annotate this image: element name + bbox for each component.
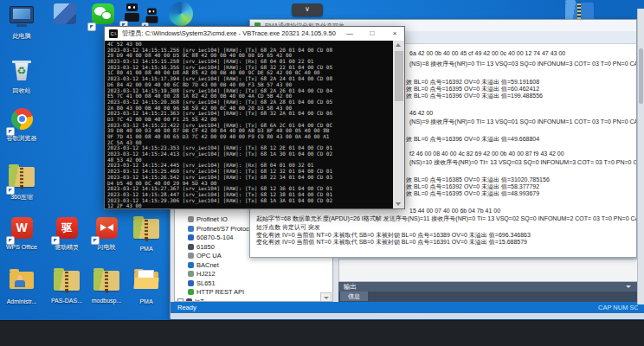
tree-item-label: Profinet IO — [196, 215, 228, 223]
tree-item-profinet-io[interactable]: Profinet IO — [188, 215, 228, 224]
video-app-icon — [93, 217, 120, 243]
window-bottom-frame — [171, 313, 644, 319]
icon-label: 闪电映 — [87, 244, 126, 251]
tree-item-label: Profinet/S7 Protocol — [196, 225, 254, 233]
desktop-icon-360zip[interactable]: 360压缩 — [2, 164, 42, 201]
protocol-icon — [188, 216, 194, 222]
title-bar[interactable]: C:\ 管理员: C:\Windows\System32\cmd.exe - V… — [105, 27, 404, 41]
analysis-line: 变化有效 IV=0 当前值 NT=0 未被取代 SB=0 未被封锁 BL=0 点… — [256, 232, 531, 239]
minimize-button[interactable]: — — [342, 27, 357, 41]
tree-item-label: HJ212 — [196, 270, 216, 278]
tree-item-label: HTTP REST API — [196, 288, 244, 296]
icon-label: PMA — [126, 246, 166, 253]
tree-item-label: OPC UA — [196, 252, 222, 260]
tree-item-61850[interactable]: 61850 — [188, 243, 215, 252]
icon-label: modbusp... — [87, 298, 126, 304]
desktop-icon-pma-folder[interactable]: PMA — [126, 268, 166, 305]
document-pane — [338, 259, 638, 282]
tree-scrollbar-down-button[interactable] — [320, 292, 332, 302]
analysis-line: 效 BL=0 点号=16396 OV=0 未溢出 值=49.668804 — [406, 136, 539, 143]
widget-collapse-button[interactable]: ∨ — [292, 3, 323, 16]
tree-item-bacnet[interactable]: BACnet — [188, 261, 219, 270]
tree-item-http-rest-api[interactable]: HTTP REST API — [188, 288, 244, 297]
robot-icon — [121, 3, 142, 28]
desktop-screen: 此电脑 ∨ ♻ 回收站 谷歌浏览器 360压缩 W WPS Office 驱 驱… — [0, 0, 644, 346]
desktop-icon-driver-genius[interactable]: 驱 驱动精灵 — [47, 216, 87, 251]
tree-item-60870-5-104[interactable]: 60870-5-104 — [188, 234, 234, 242]
chrome-icon — [8, 108, 35, 134]
cmd-log-line: 12 2F 43 00 — [107, 203, 332, 208]
3d-cube-icon — [51, 3, 79, 29]
analysis-line: f2 46 00 08 40 00 4c 82 69 42 00 0b 40 0… — [409, 151, 564, 157]
scroll-up-arrow[interactable] — [396, 43, 401, 47]
status-text: Ready — [171, 304, 196, 311]
tree-item-opc-ua[interactable]: OPC UA — [188, 252, 222, 260]
protocol-icon — [188, 271, 194, 277]
driver-genius-icon: 驱 — [53, 217, 80, 243]
icon-label: PAS-DAS... — [47, 298, 87, 304]
icon-label: WPS Office — [2, 244, 42, 251]
recycle-bin-icon: ♻ — [8, 61, 35, 86]
console-scrollbar[interactable] — [393, 41, 404, 208]
scrollbar-thumb[interactable] — [395, 51, 403, 101]
icon-label: 回收站 — [2, 87, 42, 94]
tree-item-hj212[interactable]: HJ212 — [188, 270, 216, 279]
icon-label: 此电脑 — [2, 33, 42, 40]
analysis-line: 6a 42 00 0b 40 00 45 cf 49 42 00 0c 40 0… — [409, 50, 565, 57]
console-output[interactable]: 4C 52 43 002023-03-12 14:15:15.256 [srv_… — [105, 41, 404, 208]
this-pc-icon — [8, 6, 35, 32]
analysis-line: 效 BL=0 点号=16385 OV=0 未溢出 值=31020.785156 — [406, 176, 550, 183]
output-pane-header[interactable]: 输出 — [338, 282, 638, 292]
zip-folder-icon — [8, 167, 35, 193]
desktop-icon-pas-das-zip[interactable]: PAS-DAS... — [47, 268, 87, 304]
close-button[interactable]: × — [387, 27, 402, 41]
bottom-tab-strip: 信息 — [338, 292, 638, 302]
analysis-line: 起始字节=68 数据单元长度(APDU)=26 I格式帧 发送序号(NS)=11… — [256, 215, 636, 222]
protocol-icon — [188, 253, 194, 259]
analysis-line: 效 BL=0 点号=16396 OV=0 未溢出 值=199.488556 — [406, 93, 543, 99]
shortcut-badge — [7, 237, 14, 244]
analysis-line: (NS)=10 接收序号(NR)=0 TI= 13 VSQ=03 SQ=0 IN… — [409, 159, 636, 166]
right-scrollbar[interactable] — [637, 9, 644, 304]
analysis-line: 变化有效 IV=0 当前值 NT=0 未被取代 SB=0 未被封锁 BL=0 点… — [256, 239, 527, 246]
analysis-line: 效 BL=0 点号=16395 OV=0 未溢出 值=48.993679 — [406, 190, 539, 197]
desktop-icon-administrator[interactable]: Administr... — [2, 268, 42, 305]
icon-label: 驱动精灵 — [47, 244, 87, 251]
output-pane-title: 输出 — [344, 283, 357, 291]
desktop-icon-wps[interactable]: W WPS Office — [2, 216, 42, 251]
desktop-icon-this-pc[interactable]: 此电脑 — [2, 5, 42, 40]
desktop-icon-edge[interactable] — [161, 1, 201, 28]
scrollbar-thumb[interactable] — [639, 48, 643, 104]
tab-info[interactable]: 信息 — [340, 292, 368, 301]
analysis-line: 效 BL=0 点号=16392 OV=0 未溢出 值=58.377792 — [406, 183, 539, 190]
analysis-line: 效 BL=0 点号=16392 OV=0 未溢出 值=59.191608 — [406, 79, 539, 86]
tree-item-label: BACnet — [196, 261, 219, 269]
shortcut-badge — [92, 237, 99, 244]
tree-item-sl651[interactable]: SL651 — [188, 279, 216, 288]
desktop-icon-chrome[interactable]: 谷歌浏览器 — [2, 107, 42, 142]
status-bar: Ready CAP NUM SCRL — [171, 302, 644, 313]
desktop-icon-pma-zip[interactable]: PMA — [126, 216, 166, 253]
cmd-window: C:\ 管理员: C:\Windows\System32\cmd.exe - V… — [104, 26, 405, 209]
scroll-down-arrow[interactable] — [396, 202, 401, 206]
shortcut-badge — [88, 23, 95, 30]
zip-folder-icon — [53, 271, 80, 297]
protocol-icon — [188, 289, 194, 295]
desktop-icon-3d-cube[interactable] — [45, 2, 85, 29]
user-folder-icon — [8, 272, 35, 298]
desktop-icon-modbus-zip[interactable]: modbusp... — [87, 268, 126, 304]
tree-item-profinet-s7-protocol[interactable]: Profinet/S7 Protocol — [188, 225, 254, 234]
shortcut-badge — [7, 128, 14, 135]
icon-label: 360压缩 — [2, 194, 42, 201]
analysis-line: 15 44 00 07 40 00 6b 04 7b 41 00 — [409, 208, 500, 215]
desktop-icon-flash-video[interactable]: 闪电映 — [87, 216, 126, 251]
tree-item-label: 60870-5-104 — [196, 234, 234, 241]
desktop-icon-recycle-bin[interactable]: ♻ 回收站 — [2, 61, 42, 94]
taskbar: 13°C 晴阴 搜索 ⚙ ^ 中 14:16 202 — [0, 320, 644, 346]
analysis-line: (NS)=9 接收序号(NR)=0 TI= 13 VSQ=01 SQ=0 INF… — [409, 119, 636, 125]
icon-label: PMA — [126, 298, 166, 305]
maximize-button[interactable]: □ — [364, 27, 380, 41]
tree-item-label: 61850 — [196, 243, 215, 251]
zip-folder-icon — [132, 219, 160, 245]
icon-label: Administr... — [2, 298, 42, 305]
